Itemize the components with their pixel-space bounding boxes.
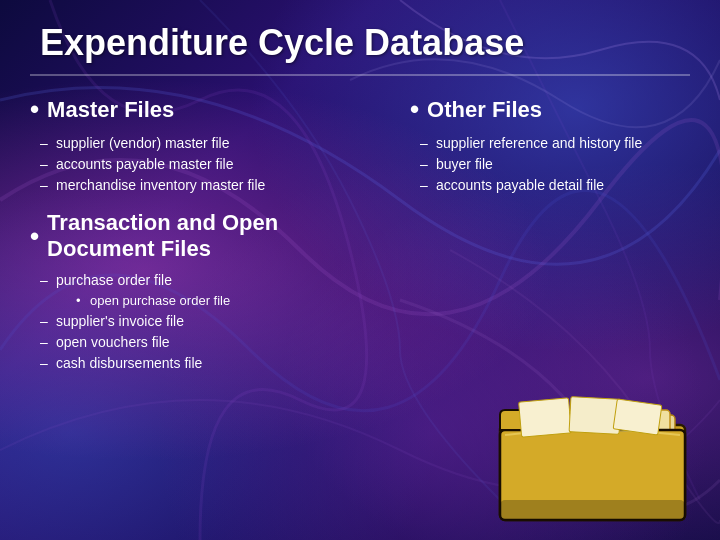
list-item: merchandise inventory master file [46, 175, 390, 196]
list-item: accounts payable master file [46, 154, 390, 175]
list-item: open purchase order file [76, 291, 390, 311]
other-files-list: supplier reference and history file buye… [410, 133, 690, 196]
other-files-header: Other Files [410, 94, 690, 125]
list-item: supplier's invoice file [46, 311, 390, 332]
left-column: Master Files supplier (vendor) master fi… [30, 94, 390, 388]
list-item: supplier reference and history file [426, 133, 690, 154]
purchase-order-sublist: open purchase order file [56, 291, 390, 311]
svg-rect-4 [500, 500, 685, 520]
svg-rect-5 [519, 398, 572, 437]
transaction-files-list: purchase order file open purchase order … [30, 270, 390, 374]
master-files-header: Master Files [30, 94, 390, 125]
list-item: supplier (vendor) master file [46, 133, 390, 154]
list-item: purchase order file open purchase order … [46, 270, 390, 311]
list-item: buyer file [426, 154, 690, 175]
list-item: cash disbursements file [46, 353, 390, 374]
list-item: open vouchers file [46, 332, 390, 353]
transaction-files-header: Transaction and Open Document Files [30, 210, 390, 262]
slide-title: Expenditure Cycle Database [0, 0, 720, 74]
svg-rect-7 [613, 399, 662, 435]
folder-icon [490, 370, 690, 530]
master-files-list: supplier (vendor) master file accounts p… [30, 133, 390, 196]
title-divider [30, 74, 690, 76]
right-column: Other Files supplier reference and histo… [410, 94, 690, 388]
svg-rect-6 [569, 397, 621, 435]
list-item: accounts payable detail file [426, 175, 690, 196]
content-area: Master Files supplier (vendor) master fi… [0, 84, 720, 398]
slide: Expenditure Cycle Database Master Files … [0, 0, 720, 540]
